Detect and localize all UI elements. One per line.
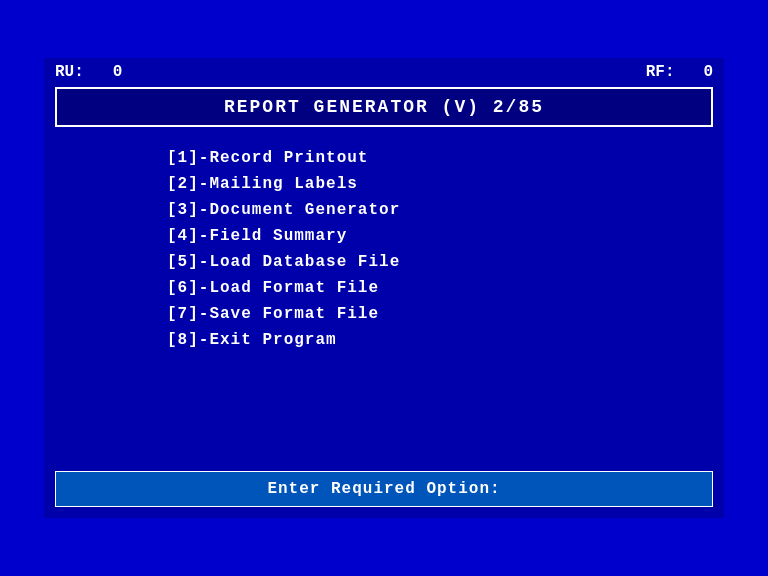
menu-label-1: -Record Printout [199, 149, 369, 167]
app-title: REPORT GENERATOR (V) 2/85 [224, 97, 544, 117]
ru-value: 0 [113, 63, 123, 81]
menu-key-2: [2] [167, 175, 199, 193]
menu-key-8: [8] [167, 331, 199, 349]
menu-item-1[interactable]: [1]-Record Printout [167, 147, 721, 169]
menu-key-6: [6] [167, 279, 199, 297]
menu-key-1: [1] [167, 149, 199, 167]
prompt-text: Enter Required Option: [267, 480, 500, 498]
menu-label-7: -Save Format File [199, 305, 379, 323]
status-right: RF: 0 [646, 63, 713, 81]
menu-item-2[interactable]: [2]-Mailing Labels [167, 173, 721, 195]
menu-key-4: [4] [167, 227, 199, 245]
menu-item-6[interactable]: [6]-Load Format File [167, 277, 721, 299]
menu-item-5[interactable]: [5]-Load Database File [167, 251, 721, 273]
menu-label-5: -Load Database File [199, 253, 400, 271]
menu-label-8: -Exit Program [199, 331, 337, 349]
main-screen: RU: 0 RF: 0 REPORT GENERATOR (V) 2/85 [1… [44, 58, 724, 518]
rf-label: RF: [646, 63, 675, 81]
ru-label: RU: [55, 63, 84, 81]
menu-label-3: -Document Generator [199, 201, 400, 219]
title-bar: REPORT GENERATOR (V) 2/85 [55, 87, 713, 127]
menu-area: [1]-Record Printout [2]-Mailing Labels [… [47, 131, 721, 467]
menu-key-3: [3] [167, 201, 199, 219]
prompt-bar[interactable]: Enter Required Option: [55, 471, 713, 507]
menu-key-5: [5] [167, 253, 199, 271]
status-bar: RU: 0 RF: 0 [47, 61, 721, 83]
status-left: RU: 0 [55, 63, 122, 81]
menu-item-7[interactable]: [7]-Save Format File [167, 303, 721, 325]
menu-label-2: -Mailing Labels [199, 175, 358, 193]
menu-item-8[interactable]: [8]-Exit Program [167, 329, 721, 351]
menu-item-4[interactable]: [4]-Field Summary [167, 225, 721, 247]
rf-value: 0 [703, 63, 713, 81]
menu-key-7: [7] [167, 305, 199, 323]
menu-label-4: -Field Summary [199, 227, 347, 245]
menu-label-6: -Load Format File [199, 279, 379, 297]
menu-item-3[interactable]: [3]-Document Generator [167, 199, 721, 221]
